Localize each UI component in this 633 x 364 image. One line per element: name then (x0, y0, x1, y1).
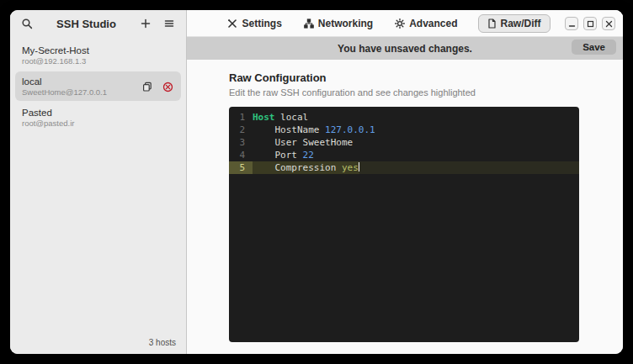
code-text: User SweetHome (253, 136, 353, 149)
window-controls (565, 17, 615, 30)
banner-message: You have unsaved changes. (338, 43, 472, 55)
code-text: HostName 127.0.0.1 (253, 124, 375, 136)
save-button[interactable]: Save (572, 40, 616, 55)
host-list-item[interactable]: My-Secret-Host root@192.168.1.3 (15, 40, 181, 70)
tab-label: Networking (318, 18, 373, 29)
sidebar-header: SSH Studio (10, 10, 186, 37)
page-subtitle: Edit the raw SSH configuration and see c… (229, 87, 579, 98)
line-number: 5 (229, 161, 253, 174)
add-host-button[interactable] (137, 15, 154, 32)
search-icon[interactable] (19, 15, 35, 32)
document-icon (487, 18, 497, 29)
code-segment-value: 22 (303, 150, 314, 161)
code-segment-plain: Compression (253, 162, 342, 173)
remove-icon[interactable] (161, 80, 174, 93)
code-text: Compression yes (253, 161, 359, 174)
text-cursor (359, 162, 359, 171)
line-number: 2 (229, 124, 253, 136)
code-segment-plain: local (275, 112, 309, 123)
tab-settings[interactable]: Settings (226, 15, 283, 32)
host-list-item[interactable]: local SweetHome@127.0.0.1 (15, 71, 181, 101)
code-line: 1 Host local (229, 111, 579, 124)
code-segment-plain: User SweetHome (253, 137, 353, 148)
host-name: local (22, 76, 141, 87)
code-line: 5 Compression yes (229, 161, 579, 174)
maximize-icon[interactable] (583, 17, 597, 30)
code-segment-plain: HostName (253, 124, 325, 135)
close-icon[interactable] (602, 17, 615, 30)
headerbar: Settings Networking (187, 10, 623, 37)
tab-label: Settings (242, 18, 281, 29)
page-title: Raw Configuration (229, 71, 579, 84)
tab-label: Advanced (409, 18, 457, 29)
tab-label: Raw/Diff (501, 18, 541, 29)
host-list-item[interactable]: Pasted root@pasted.ir (15, 103, 181, 132)
tools-icon (227, 18, 237, 29)
app-title: SSH Studio (42, 18, 130, 30)
hamburger-menu-icon[interactable] (161, 15, 178, 32)
unsaved-changes-banner: You have unsaved changes. Save (187, 37, 623, 60)
tab-bar: Settings Networking (226, 14, 550, 33)
host-name: Pasted (22, 107, 174, 119)
code-segment-value: 127.0.0.1 (325, 124, 375, 135)
code-line: 4 Port 22 (229, 149, 579, 161)
code-line: 2 HostName 127.0.0.1 (229, 124, 579, 136)
tab-advanced[interactable]: Advanced (393, 15, 459, 32)
line-number: 1 (229, 111, 253, 124)
gear-icon (395, 18, 405, 29)
tab-raw-diff[interactable]: Raw/Diff (478, 14, 551, 33)
code-line: 3 User SweetHome (229, 136, 579, 149)
host-name: My-Secret-Host (22, 45, 174, 56)
raw-config-page: Raw Configuration Edit the raw SSH confi… (187, 60, 623, 354)
host-list: My-Secret-Host root@192.168.1.3 local Sw… (10, 37, 186, 333)
host-address: root@pasted.ir (22, 119, 174, 129)
network-icon (304, 18, 314, 29)
host-address: SweetHome@127.0.0.1 (22, 87, 141, 98)
host-actions (141, 80, 174, 93)
line-number: 4 (229, 149, 253, 161)
host-address: root@192.168.1.3 (22, 56, 174, 66)
copy-icon[interactable] (141, 80, 154, 93)
line-number: 3 (229, 136, 253, 149)
host-count-label: 3 hosts (10, 333, 186, 354)
code-segment-keyword: Host (253, 112, 275, 123)
main-pane: Settings Networking (187, 10, 623, 354)
app-window: SSH Studio My-Secret-Host root@192.168.1… (10, 10, 623, 354)
raw-config-editor[interactable]: 1 Host local 2 HostName 127.0.0.1 3 User… (229, 107, 579, 342)
code-text: Host local (253, 111, 308, 124)
code-segment-plain: Port (253, 150, 303, 161)
tab-networking[interactable]: Networking (302, 15, 375, 32)
code-segment-boolean: yes (342, 162, 359, 173)
sidebar: SSH Studio My-Secret-Host root@192.168.1… (10, 10, 187, 354)
minimize-icon[interactable] (565, 17, 578, 30)
code-text: Port 22 (253, 149, 314, 161)
